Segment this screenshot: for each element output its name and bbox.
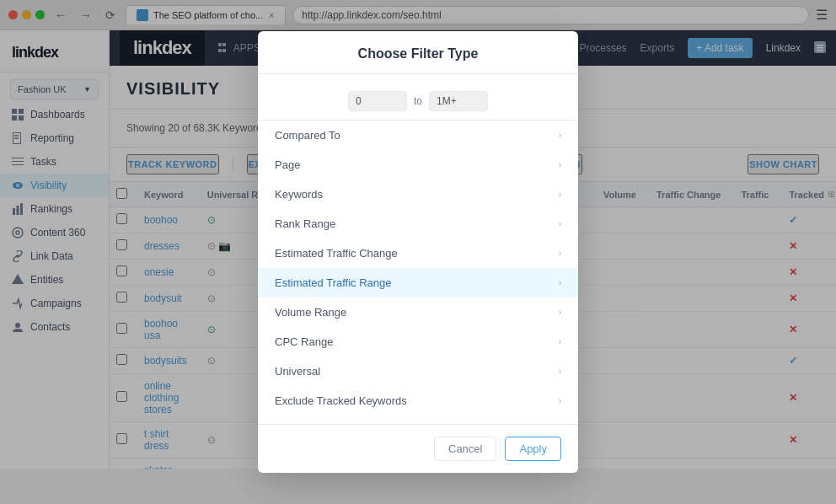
filter-label: CPC Range — [275, 335, 333, 348]
modal-overlay[interactable]: Choose Filter Type 0 1K 10K 100K to 1M+ … — [0, 0, 836, 469]
filter-label: Universal — [275, 365, 320, 378]
chevron-right-icon: › — [559, 308, 561, 317]
filter-option-estimated-traffic-change[interactable]: Estimated Traffic Change › — [258, 239, 578, 268]
chevron-right-icon: › — [559, 190, 561, 199]
chevron-right-icon: › — [559, 337, 561, 346]
apply-button[interactable]: Apply — [505, 437, 561, 461]
filter-option-cpc-range[interactable]: CPC Range › — [258, 327, 578, 357]
filter-option-rank-range[interactable]: Rank Range › — [258, 209, 578, 239]
filter-option-universal[interactable]: Universal › — [258, 357, 578, 386]
range-from-select[interactable]: 0 1K 10K 100K — [348, 91, 407, 111]
filter-label: Keywords — [275, 188, 323, 201]
filter-option-page[interactable]: Page › — [258, 150, 578, 180]
range-selector-row: 0 1K 10K 100K to 1M+ 100K 10K 1K — [258, 83, 578, 121]
filter-option-compared-to[interactable]: Compared To › — [258, 121, 578, 150]
chevron-right-icon: › — [559, 367, 561, 376]
filter-label: Page — [275, 158, 300, 171]
chevron-right-icon: › — [559, 249, 561, 258]
chevron-right-icon: › — [559, 396, 561, 405]
filter-label: Exclude Tracked Keywords — [275, 394, 407, 407]
range-to-label: to — [414, 95, 422, 107]
filter-option-estimated-traffic-range[interactable]: Estimated Traffic Range › — [258, 268, 578, 298]
filter-label: Volume Range — [275, 306, 346, 319]
filter-label: Compared To — [275, 129, 340, 142]
filter-label: Rank Range — [275, 217, 335, 230]
modal-body: 0 1K 10K 100K to 1M+ 100K 10K 1K Compare… — [258, 74, 578, 424]
filter-option-keywords[interactable]: Keywords › — [258, 180, 578, 209]
chevron-right-icon: › — [559, 160, 561, 169]
modal-header: Choose Filter Type — [258, 31, 578, 74]
filter-option-exclude-tracked[interactable]: Exclude Tracked Keywords › — [258, 386, 578, 416]
filter-label: Estimated Traffic Change — [275, 247, 398, 260]
chevron-right-icon: › — [559, 278, 561, 287]
chevron-right-icon: › — [559, 219, 561, 228]
cancel-button[interactable]: Cancel — [434, 437, 496, 461]
chevron-right-icon: › — [559, 131, 561, 140]
choose-filter-modal: Choose Filter Type 0 1K 10K 100K to 1M+ … — [258, 31, 578, 469]
range-to-select[interactable]: 1M+ 100K 10K 1K — [429, 91, 488, 111]
filter-label: Estimated Traffic Range — [275, 276, 392, 289]
modal-footer: Cancel Apply — [258, 424, 578, 469]
filter-option-volume-range[interactable]: Volume Range › — [258, 298, 578, 327]
modal-title: Choose Filter Type — [275, 46, 561, 62]
